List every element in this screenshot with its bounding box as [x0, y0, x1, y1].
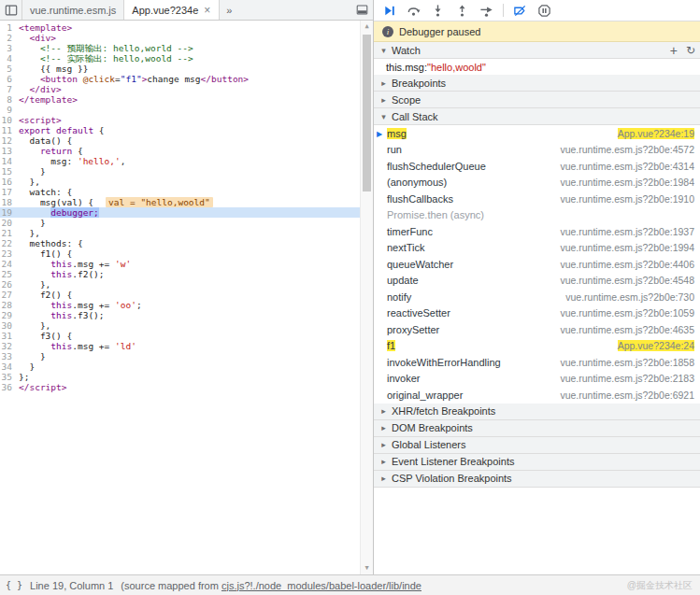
- call-stack-frame[interactable]: f1App.vue?234e:24: [374, 338, 700, 355]
- line-number[interactable]: 8: [0, 94, 19, 105]
- editor-scrollbar[interactable]: ▲ ▼: [360, 21, 373, 574]
- line-number[interactable]: 2: [0, 33, 19, 43]
- line-number[interactable]: 26: [0, 279, 19, 290]
- section-breakpoints[interactable]: ▸Breakpoints: [374, 75, 700, 92]
- line-number[interactable]: 16: [0, 177, 19, 187]
- watch-expression-row[interactable]: this.msg: "hello,woold": [374, 59, 700, 75]
- code-line[interactable]: 3 <!-- 预期输出: hello,world -->: [0, 43, 360, 53]
- line-number[interactable]: 35: [0, 372, 19, 382]
- code-line[interactable]: 25 this.f2();: [0, 269, 360, 279]
- add-watch-expression-icon[interactable]: +: [670, 44, 678, 57]
- line-number[interactable]: 25: [0, 269, 19, 279]
- line-number[interactable]: 28: [0, 300, 19, 310]
- call-stack-frame[interactable]: reactiveSettervue.runtime.esm.js?2b0e:10…: [374, 305, 700, 322]
- panel-toggle-button[interactable]: [350, 0, 373, 20]
- code-line[interactable]: 5 {{ msg }}: [0, 64, 360, 74]
- step-over-button[interactable]: [406, 3, 421, 19]
- call-stack-frame[interactable]: flushCallbacksvue.runtime.esm.js?2b0e:19…: [374, 191, 700, 207]
- source-map-link[interactable]: cjs.js?!./node_modules/babel-loader/lib/…: [221, 580, 421, 591]
- tab-close-icon[interactable]: ×: [203, 5, 211, 16]
- line-number[interactable]: 22: [0, 238, 19, 248]
- tab-overflow-button[interactable]: »: [220, 0, 238, 20]
- code-line[interactable]: 27 f2() {: [0, 290, 360, 300]
- line-number[interactable]: 21: [0, 228, 19, 238]
- section-dom-breakpoints[interactable]: ▸DOM Breakpoints: [374, 420, 700, 437]
- section-event-listener-breakpoints[interactable]: ▸Event Listener Breakpoints: [374, 454, 700, 471]
- line-number[interactable]: 1: [0, 22, 19, 33]
- code-line[interactable]: 9: [0, 105, 360, 115]
- code-line[interactable]: 31 f3() {: [0, 331, 360, 341]
- call-stack-frame[interactable]: notifyvue.runtime.esm.js?2b0e:730: [374, 289, 700, 305]
- code-line[interactable]: 10<script>: [0, 115, 360, 125]
- file-tab[interactable]: App.vue?234e×: [124, 0, 220, 20]
- resume-button[interactable]: [381, 3, 397, 19]
- line-number[interactable]: 13: [0, 146, 19, 156]
- code-line[interactable]: 14 msg: 'hello,',: [0, 156, 360, 166]
- code-line[interactable]: 22 methods: {: [0, 238, 360, 248]
- line-number[interactable]: 19: [0, 207, 19, 218]
- deactivate-breakpoints-button[interactable]: [512, 3, 528, 19]
- line-number[interactable]: 12: [0, 135, 19, 146]
- line-number[interactable]: 31: [0, 331, 19, 341]
- section-call-stack[interactable]: ▾ Call Stack: [374, 108, 700, 125]
- code-line[interactable]: 4 <!-- 实际输出: hello,woold -->: [0, 53, 360, 64]
- line-number[interactable]: 14: [0, 156, 19, 166]
- scrollbar-down-icon[interactable]: ▼: [361, 562, 373, 574]
- pretty-print-button[interactable]: { }: [6, 580, 22, 590]
- code-line[interactable]: 32 this.msg += 'ld': [0, 341, 360, 351]
- call-stack-frame[interactable]: proxySettervue.runtime.esm.js?2b0e:4635: [374, 321, 700, 338]
- line-number[interactable]: 15: [0, 166, 19, 177]
- call-stack-frame[interactable]: invokervue.runtime.esm.js?2b0e:2183: [374, 371, 700, 388]
- call-stack-frame[interactable]: queueWatchervue.runtime.esm.js?2b0e:4406: [374, 256, 700, 273]
- line-number[interactable]: 4: [0, 53, 19, 64]
- code-line[interactable]: 8</template>: [0, 94, 360, 105]
- code-line[interactable]: 26 },: [0, 279, 360, 290]
- call-stack-frame[interactable]: timerFuncvue.runtime.esm.js?2b0e:1937: [374, 223, 700, 240]
- scrollbar-up-icon[interactable]: ▲: [361, 21, 373, 33]
- code-line[interactable]: 13 return {: [0, 146, 360, 156]
- code-line[interactable]: 36</script>: [0, 382, 360, 392]
- section-scope[interactable]: ▸Scope: [374, 92, 700, 108]
- refresh-watch-icon[interactable]: ↻: [686, 45, 695, 56]
- code-editor[interactable]: 1<template>2 <div>3 <!-- 预期输出: hello,wor…: [0, 21, 373, 574]
- code-line[interactable]: 2 <div>: [0, 33, 360, 43]
- line-number[interactable]: 34: [0, 361, 19, 372]
- section-xhr-fetch-breakpoints[interactable]: ▸XHR/fetch Breakpoints: [374, 404, 700, 420]
- section-global-listeners[interactable]: ▸Global Listeners: [374, 437, 700, 454]
- line-number[interactable]: 29: [0, 310, 19, 320]
- code-line[interactable]: 34 }: [0, 361, 360, 372]
- call-stack-frame[interactable]: original_wrappervue.runtime.esm.js?2b0e:…: [374, 387, 700, 404]
- call-stack-frame[interactable]: updatevue.runtime.esm.js?2b0e:4548: [374, 273, 700, 290]
- navigator-toggle-button[interactable]: [0, 0, 22, 20]
- file-tab[interactable]: vue.runtime.esm.js: [22, 0, 124, 20]
- scrollbar-thumb[interactable]: [363, 35, 371, 191]
- line-number[interactable]: 17: [0, 187, 19, 197]
- line-number[interactable]: 23: [0, 248, 19, 259]
- call-stack-frame[interactable]: runvue.runtime.esm.js?2b0e:4572: [374, 142, 700, 159]
- line-number[interactable]: 11: [0, 125, 19, 135]
- line-number[interactable]: 7: [0, 84, 19, 94]
- code-line[interactable]: 15 }: [0, 166, 360, 177]
- section-watch[interactable]: ▾ Watch + ↻: [374, 42, 700, 59]
- section-csp-violation-breakpoints[interactable]: ▸CSP Violation Breakpoints: [374, 471, 700, 488]
- call-stack-frame[interactable]: Promise.then (async): [374, 207, 700, 224]
- step-out-button[interactable]: [454, 3, 470, 19]
- line-number[interactable]: 24: [0, 259, 19, 269]
- code-line[interactable]: 20 }: [0, 218, 360, 228]
- call-stack-frame[interactable]: flushSchedulerQueuevue.runtime.esm.js?2b…: [374, 158, 700, 175]
- pause-on-exceptions-button[interactable]: [536, 3, 552, 19]
- code-line[interactable]: 19 debugger;: [0, 207, 360, 218]
- code-line[interactable]: 23 f1() {: [0, 248, 360, 259]
- call-stack-frame[interactable]: nextTickvue.runtime.esm.js?2b0e:1994: [374, 240, 700, 257]
- line-number[interactable]: 30: [0, 320, 19, 331]
- call-stack-frame[interactable]: (anonymous)vue.runtime.esm.js?2b0e:1984: [374, 175, 700, 191]
- code-line[interactable]: 28 this.msg += 'oo';: [0, 300, 360, 310]
- code-line[interactable]: 30 },: [0, 320, 360, 331]
- line-number[interactable]: 20: [0, 218, 19, 228]
- line-number[interactable]: 3: [0, 43, 19, 53]
- code-line[interactable]: 16 },: [0, 177, 360, 187]
- line-number[interactable]: 33: [0, 351, 19, 361]
- step-into-button[interactable]: [430, 3, 446, 19]
- code-line[interactable]: 24 this.msg += 'w': [0, 259, 360, 269]
- line-number[interactable]: 10: [0, 115, 19, 125]
